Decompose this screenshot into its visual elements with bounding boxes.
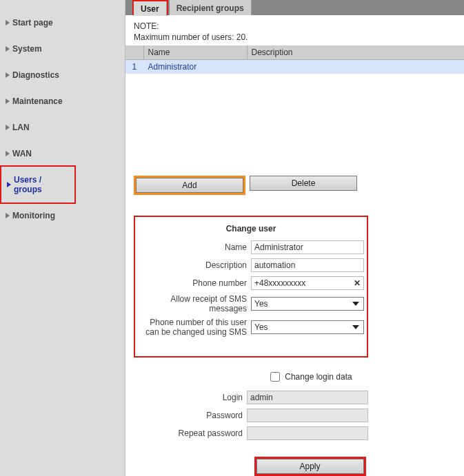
sidebar-item-label: Maintenance <box>12 96 63 106</box>
table-row[interactable]: 1 Administrator <box>125 60 464 74</box>
users-table: Name Description 1 Administrator <box>125 45 464 74</box>
sidebar-item-label: Monitoring <box>12 211 55 220</box>
chevron-right-icon <box>6 99 10 104</box>
tab-bar: User Recipient groups <box>125 0 464 15</box>
repeat-password-input[interactable] <box>247 426 368 440</box>
label-login: Login <box>134 393 243 402</box>
label-phone: Phone number <box>138 278 247 288</box>
chevron-right-icon <box>6 20 10 25</box>
chevron-right-icon <box>6 213 10 218</box>
login-form: Login Password Repeat password <box>134 391 368 444</box>
table-cell-description <box>247 60 464 74</box>
chevron-right-icon <box>6 151 10 156</box>
apply-button[interactable]: Apply <box>256 459 364 474</box>
sidebar-item-label: Diagnostics <box>12 70 59 80</box>
name-input[interactable] <box>251 240 364 254</box>
phone-sms-select[interactable]: Yes <box>251 320 364 334</box>
label-allow-sms: Allow receipt of SMS messages <box>138 294 247 313</box>
label-name: Name <box>138 242 247 252</box>
chevron-right-icon <box>7 182 11 187</box>
sidebar-item-label: LAN <box>12 123 30 132</box>
main-content: User Recipient groups NOTE: Maximum numb… <box>125 0 464 476</box>
sidebar-item-label: Users / groups <box>14 175 69 194</box>
note-text: NOTE: Maximum number of users: 20. <box>134 21 464 43</box>
sidebar: Start page System Diagnostics Maintenanc… <box>0 0 125 476</box>
sidebar-item-diagnostics[interactable]: Diagnostics <box>0 62 125 88</box>
sidebar-item-lan[interactable]: LAN <box>0 114 125 141</box>
tab-label: User <box>141 4 159 14</box>
label-password: Password <box>134 411 243 420</box>
label-repeat-password: Repeat password <box>134 428 243 438</box>
chevron-right-icon <box>6 125 10 130</box>
sidebar-item-wan[interactable]: WAN <box>0 141 125 167</box>
highlight-annotation: Apply <box>254 457 366 476</box>
tab-user[interactable]: User <box>134 1 167 16</box>
chevron-right-icon <box>6 46 10 52</box>
password-input[interactable] <box>247 408 368 422</box>
login-input[interactable] <box>247 391 368 404</box>
table-cell-num: 1 <box>125 60 143 74</box>
phone-input[interactable] <box>251 276 364 290</box>
chevron-right-icon <box>6 72 10 78</box>
sidebar-item-monitoring[interactable]: Monitoring <box>0 203 125 229</box>
description-input[interactable] <box>251 258 364 272</box>
delete-button[interactable]: Delete <box>250 176 357 191</box>
highlight-annotation: Add <box>134 176 245 195</box>
label-phone-sms: Phone number of this user can be changed… <box>138 318 247 337</box>
change-user-form: Change user Name Description Phone numbe… <box>134 216 368 358</box>
clear-icon[interactable]: ✕ <box>354 278 361 288</box>
tab-label: Recipient groups <box>176 3 244 13</box>
sidebar-item-start-page[interactable]: Start page <box>0 10 125 36</box>
highlight-annotation: User <box>132 0 168 15</box>
chevron-down-icon <box>351 322 361 332</box>
change-login-checkbox[interactable] <box>270 372 280 382</box>
add-button[interactable]: Add <box>136 178 243 193</box>
sidebar-item-users-groups[interactable]: Users / groups <box>1 167 74 203</box>
tab-recipient-groups[interactable]: Recipient groups <box>170 0 252 15</box>
table-header-name[interactable]: Name <box>143 45 247 60</box>
table-header-num[interactable] <box>125 45 143 60</box>
table-header-description[interactable]: Description <box>247 45 464 60</box>
sidebar-item-maintenance[interactable]: Maintenance <box>0 88 125 114</box>
sidebar-item-system[interactable]: System <box>0 36 125 62</box>
allow-sms-select[interactable]: Yes <box>251 297 364 311</box>
label-description: Description <box>138 260 247 270</box>
chevron-down-icon <box>351 299 361 309</box>
sidebar-item-label: System <box>12 44 42 54</box>
table-cell-name: Administrator <box>143 60 247 74</box>
change-login-label: Change login data <box>285 372 352 382</box>
highlight-annotation: Users / groups <box>0 165 76 204</box>
sidebar-item-label: WAN <box>12 149 32 158</box>
sidebar-item-label: Start page <box>12 18 53 28</box>
form-title: Change user <box>138 224 364 234</box>
